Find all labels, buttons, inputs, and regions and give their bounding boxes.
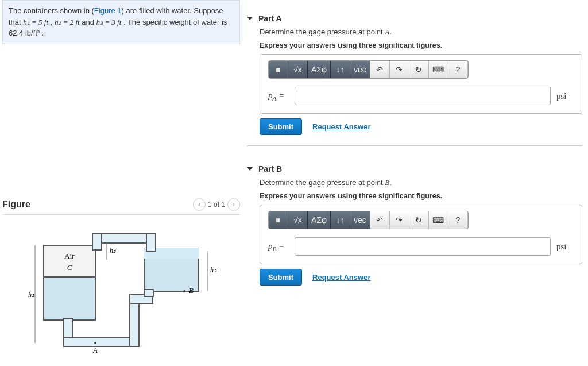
vec-icon[interactable]: vec: [350, 211, 370, 229]
part-b-unit: psi: [556, 242, 574, 252]
help-icon[interactable]: ?: [448, 61, 468, 78]
problem-statement: The containers shown in (Figure 1) are f…: [2, 0, 240, 44]
svg-rect-13: [144, 290, 153, 296]
greek-icon[interactable]: ΑΣφ: [308, 61, 331, 78]
part-a-toggle-icon[interactable]: [247, 17, 253, 20]
part-b-var-label: pB =: [268, 241, 289, 252]
svg-rect-11: [130, 303, 139, 346]
svg-rect-1: [44, 245, 95, 277]
figure-title: Figure: [2, 199, 30, 210]
part-a-submit-button[interactable]: Submit: [260, 118, 302, 135]
figure-prev-button[interactable]: ‹: [193, 198, 206, 211]
part-b-answer-input[interactable]: [295, 237, 551, 256]
part-a-request-answer-link[interactable]: Request Answer: [312, 122, 370, 131]
vec-icon[interactable]: vec: [350, 61, 370, 78]
svg-rect-8: [146, 234, 156, 251]
part-a-unit: psi: [556, 91, 574, 101]
h1-value: h₁ = 5 ft: [23, 18, 48, 26]
problem-prefix: The containers shown in (: [9, 6, 94, 15]
figure-next-button[interactable]: ›: [227, 198, 240, 211]
part-a-var-label: pA =: [268, 91, 289, 102]
part-a-instruct: Express your answers using three signifi…: [260, 41, 582, 49]
part-b-request-answer-link[interactable]: Request Answer: [312, 273, 370, 282]
undo-icon[interactable]: ↶: [370, 211, 390, 229]
redo-icon[interactable]: ↷: [390, 61, 409, 78]
part-a-title: Part A: [258, 14, 282, 23]
templates-icon[interactable]: ■: [269, 61, 288, 78]
svg-rect-7: [92, 234, 102, 250]
figure-ref-link[interactable]: Figure 1: [94, 6, 122, 15]
svg-text:h₂: h₂: [110, 246, 117, 255]
h2-value: h₂ = 2 ft: [55, 18, 80, 26]
part-b-toggle-icon[interactable]: [247, 167, 253, 171]
undo-icon[interactable]: ↶: [370, 61, 390, 78]
h3-value: h₃ = 3 ft: [96, 18, 122, 26]
help-icon[interactable]: ?: [448, 211, 468, 229]
sqrt-icon[interactable]: √x: [288, 211, 308, 229]
subsup-icon[interactable]: ↓↑: [331, 211, 350, 229]
part-b-submit-button[interactable]: Submit: [260, 269, 302, 286]
svg-point-22: [183, 290, 185, 292]
svg-point-20: [94, 342, 96, 344]
reset-icon[interactable]: ↻: [409, 211, 429, 229]
part-b-title: Part B: [258, 164, 282, 174]
part-b-instruct: Express your answers using three signifi…: [260, 192, 582, 200]
keyboard-icon[interactable]: ⌨: [429, 211, 448, 229]
svg-rect-10: [64, 337, 138, 346]
svg-text:C: C: [67, 263, 72, 272]
greek-icon[interactable]: ΑΣφ: [308, 211, 331, 229]
sqrt-icon[interactable]: √x: [288, 61, 308, 78]
part-a-answer-input[interactable]: [295, 87, 551, 105]
part-a-prompt: Determine the gage pressure at point A.: [260, 28, 582, 37]
redo-icon[interactable]: ↷: [390, 211, 409, 229]
reset-icon[interactable]: ↻: [409, 61, 429, 78]
svg-text:A: A: [92, 346, 98, 355]
figure-diagram: Air C h₁: [2, 225, 240, 357]
subsup-icon[interactable]: ↓↑: [331, 61, 350, 78]
part-b-prompt: Determine the gage pressure at point B.: [260, 178, 582, 187]
part-a-toolbar: ■ √x ΑΣφ ↓↑ vec ↶ ↷ ↻ ⌨ ?: [268, 60, 469, 79]
svg-text:h₃: h₃: [210, 266, 217, 274]
divider: [247, 145, 582, 146]
svg-text:Air: Air: [64, 252, 75, 260]
keyboard-icon[interactable]: ⌨: [429, 61, 448, 78]
figure-nav-counter: 1 of 1: [208, 201, 225, 209]
svg-text:B: B: [189, 286, 194, 295]
templates-icon[interactable]: ■: [269, 211, 288, 229]
part-b-toolbar: ■ √x ΑΣφ ↓↑ vec ↶ ↷ ↻ ⌨ ?: [268, 211, 469, 229]
svg-text:h₁: h₁: [28, 291, 34, 299]
